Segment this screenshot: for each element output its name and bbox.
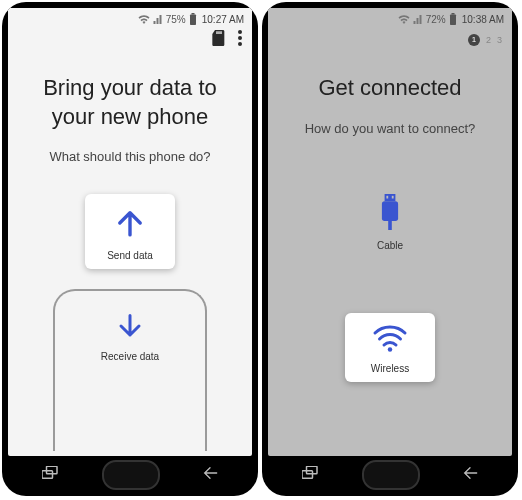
receive-label: Receive data: [101, 351, 159, 362]
home-button[interactable]: [102, 460, 160, 490]
wireless-label: Wireless: [371, 363, 409, 374]
arrow-down-icon: [115, 311, 145, 345]
page-title: Get connected: [268, 74, 512, 103]
screen-right: 72% 10:38 AM 1 2 3 Get connected How do …: [268, 8, 512, 456]
page-subtitle: What should this phone do?: [8, 149, 252, 164]
receive-data-option[interactable]: Receive data: [53, 289, 207, 451]
battery-icon: [189, 13, 197, 25]
svg-rect-7: [451, 13, 454, 15]
svg-rect-1: [190, 15, 196, 26]
svg-rect-10: [386, 195, 388, 198]
title-line1: Bring your data to: [43, 75, 217, 100]
svg-point-2: [238, 30, 242, 34]
phone-left: 75% 10:27 AM Bring your data to your new…: [2, 2, 258, 496]
options-area: Cable Wireless: [268, 182, 512, 456]
step-3: 3: [497, 35, 502, 45]
svg-rect-0: [191, 13, 194, 15]
svg-rect-11: [392, 195, 394, 198]
status-bar: 72% 10:38 AM: [268, 8, 512, 28]
cable-label: Cable: [377, 240, 403, 251]
svg-rect-13: [388, 221, 392, 230]
svg-rect-12: [382, 201, 398, 221]
svg-rect-8: [450, 15, 456, 26]
screen-left: 75% 10:27 AM Bring your data to your new…: [8, 8, 252, 456]
hw-nav: [262, 460, 518, 490]
page-subtitle: How do you want to connect?: [268, 121, 512, 136]
signal-percent: 72%: [426, 14, 446, 25]
signal-percent: 75%: [166, 14, 186, 25]
svg-rect-9: [385, 194, 396, 201]
more-icon[interactable]: [238, 30, 242, 50]
app-header: [8, 28, 252, 52]
step-1: 1: [468, 34, 480, 46]
sd-card-icon[interactable]: [212, 30, 226, 50]
usb-icon: [375, 194, 405, 234]
arrow-up-icon: [113, 206, 147, 244]
phone-right: 72% 10:38 AM 1 2 3 Get connected How do …: [262, 2, 518, 496]
svg-point-4: [238, 42, 242, 46]
page-title: Bring your data to your new phone: [8, 74, 252, 131]
wifi-icon: [398, 14, 410, 24]
clock-time: 10:27 AM: [202, 14, 244, 25]
back-button[interactable]: [202, 466, 218, 484]
status-bar: 75% 10:27 AM: [8, 8, 252, 28]
clock-time: 10:38 AM: [462, 14, 504, 25]
recent-apps-button[interactable]: [42, 466, 60, 484]
cable-option[interactable]: Cable: [345, 182, 435, 259]
wireless-option[interactable]: Wireless: [345, 313, 435, 382]
svg-point-3: [238, 36, 242, 40]
app-header: 1 2 3: [268, 28, 512, 52]
home-button[interactable]: [362, 460, 420, 490]
recent-apps-button[interactable]: [302, 466, 320, 484]
step-2: 2: [486, 35, 491, 45]
wifi-icon: [138, 14, 150, 24]
wifi-large-icon: [372, 325, 408, 357]
send-data-option[interactable]: Send data: [85, 194, 175, 269]
svg-point-14: [388, 347, 393, 352]
options-area: Send data Receive data: [8, 194, 252, 456]
step-indicator: 1 2 3: [468, 34, 502, 46]
title-line2: your new phone: [52, 104, 209, 129]
send-label: Send data: [107, 250, 153, 261]
back-button[interactable]: [462, 466, 478, 484]
battery-icon: [449, 13, 457, 25]
hw-nav: [2, 460, 258, 490]
signal-icon: [413, 14, 423, 24]
signal-icon: [153, 14, 163, 24]
